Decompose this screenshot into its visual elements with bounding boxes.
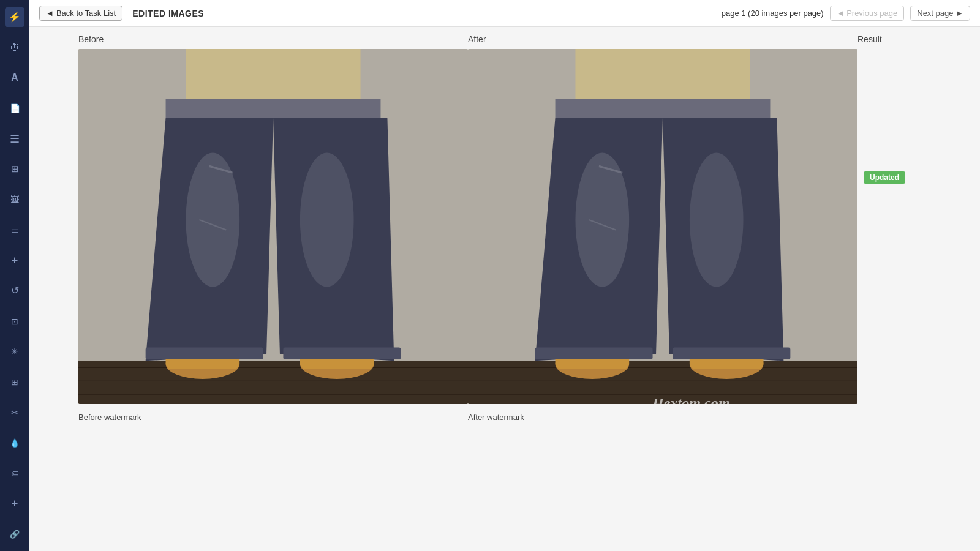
after-caption: After watermark	[468, 413, 858, 422]
svg-rect-17	[146, 347, 263, 359]
crop-icon[interactable]	[5, 312, 24, 331]
after-image: Hextom.com	[468, 49, 858, 404]
page-icon[interactable]	[5, 159, 24, 179]
before-caption: Before watermark	[78, 413, 468, 422]
scissors-icon[interactable]	[5, 403, 24, 422]
before-image-cell	[78, 49, 468, 404]
clock-icon[interactable]	[5, 38, 24, 58]
back-button-label: Back to Task List	[56, 9, 116, 18]
link-icon[interactable]	[5, 524, 24, 544]
svg-rect-37	[673, 347, 790, 359]
text-icon[interactable]	[5, 68, 24, 88]
bolt-icon[interactable]	[5, 7, 24, 27]
page-title: EDITED IMAGES	[132, 9, 204, 18]
image-comparison-row: Hextom.com Updated	[29, 49, 980, 404]
drop-icon[interactable]	[5, 433, 24, 452]
main-content: ◄ Back to Task List EDITED IMAGES page 1…	[29, 0, 980, 551]
doc-icon[interactable]	[5, 99, 24, 118]
before-column-header: Before	[78, 34, 468, 44]
result-cell: Updated	[858, 49, 931, 184]
star-icon[interactable]	[5, 342, 24, 361]
svg-point-6	[300, 152, 354, 287]
page-info: page 1 (20 images per page)	[722, 9, 824, 18]
svg-rect-21	[556, 99, 771, 118]
svg-text:Hextom.com: Hextom.com	[652, 395, 730, 404]
previous-page-button[interactable]: ◄ Previous page	[830, 6, 905, 21]
column-headers: Before After Result	[29, 27, 980, 49]
svg-rect-18	[283, 347, 401, 359]
rect-icon[interactable]	[5, 220, 24, 240]
plus-icon[interactable]	[5, 494, 24, 514]
add-icon[interactable]	[5, 250, 24, 270]
after-column-header: After	[468, 34, 858, 44]
updated-badge: Updated	[864, 171, 905, 184]
content-area: Before After Result	[29, 27, 980, 551]
next-page-button[interactable]: Next page ►	[910, 6, 970, 21]
topbar: ◄ Back to Task List EDITED IMAGES page 1…	[29, 0, 980, 27]
after-image-cell: Hextom.com	[468, 49, 858, 404]
topbar-right: page 1 (20 images per page) ◄ Previous p…	[722, 6, 970, 21]
svg-rect-1	[186, 49, 360, 106]
svg-rect-36	[535, 347, 653, 359]
svg-point-25	[690, 152, 744, 287]
caption-row: Before watermark After watermark	[29, 404, 980, 432]
before-image	[78, 49, 468, 404]
grid-icon[interactable]	[5, 372, 24, 392]
result-column-header: Result	[858, 34, 931, 44]
svg-rect-20	[575, 49, 750, 106]
chevron-left-icon: ◄	[46, 9, 54, 18]
list-icon[interactable]	[5, 129, 24, 149]
sidebar	[0, 0, 29, 551]
image-icon[interactable]	[5, 190, 24, 209]
tag-icon[interactable]	[5, 463, 24, 483]
undo-icon[interactable]	[5, 281, 24, 301]
svg-rect-2	[166, 99, 381, 118]
back-to-task-list-button[interactable]: ◄ Back to Task List	[39, 6, 123, 21]
